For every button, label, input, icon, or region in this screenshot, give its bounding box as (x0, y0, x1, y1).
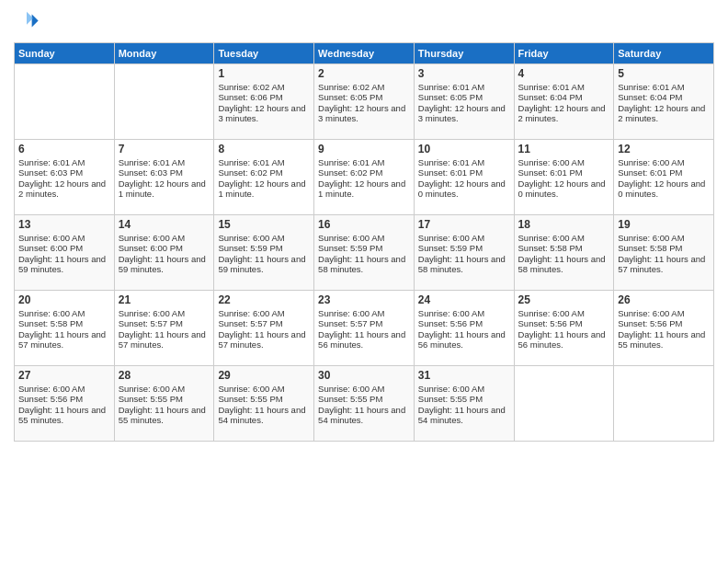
day-info-line: Daylight: 12 hours and 1 minute. (119, 178, 210, 199)
day-info-line: Sunrise: 6:01 AM (618, 82, 710, 92)
day-header-thursday: Thursday (414, 43, 514, 64)
calendar-cell: 5Sunrise: 6:01 AMSunset: 6:04 PMDaylight… (614, 64, 714, 140)
day-info-line: Sunrise: 6:00 AM (218, 308, 310, 318)
day-info-line: Sunrise: 6:00 AM (618, 233, 710, 243)
day-info-line: Sunset: 5:57 PM (318, 318, 410, 328)
logo (14, 9, 43, 35)
day-info-line: Sunset: 5:55 PM (318, 394, 410, 404)
day-info-line: Sunset: 5:56 PM (18, 394, 110, 404)
calendar-cell: 20Sunrise: 6:00 AMSunset: 5:58 PMDayligh… (15, 291, 115, 366)
day-info-line: Sunrise: 6:01 AM (18, 157, 110, 167)
day-info-line: Sunrise: 6:00 AM (518, 308, 610, 318)
calendar-cell (614, 366, 714, 442)
day-info-line: Daylight: 11 hours and 54 minutes. (418, 405, 510, 425)
day-number: 29 (218, 369, 310, 382)
day-header-tuesday: Tuesday (214, 43, 314, 64)
day-info-line: Sunrise: 6:01 AM (518, 82, 610, 92)
day-info-line: Daylight: 12 hours and 3 minutes. (318, 103, 410, 123)
calendar-cell: 29Sunrise: 6:00 AMSunset: 5:55 PMDayligh… (214, 366, 314, 442)
week-row-1: 1Sunrise: 6:02 AMSunset: 6:06 PMDaylight… (15, 64, 714, 140)
calendar-cell: 31Sunrise: 6:00 AMSunset: 5:55 PMDayligh… (414, 366, 514, 442)
day-info-line: Daylight: 12 hours and 3 minutes. (218, 103, 310, 123)
day-info-line: Sunrise: 6:01 AM (119, 157, 210, 167)
day-info-line: Sunset: 6:01 PM (418, 167, 510, 178)
calendar-cell: 19Sunrise: 6:00 AMSunset: 5:58 PMDayligh… (614, 215, 714, 291)
day-info-line: Daylight: 11 hours and 58 minutes. (418, 254, 510, 274)
calendar-cell: 26Sunrise: 6:00 AMSunset: 5:56 PMDayligh… (614, 291, 714, 366)
day-info-line: Sunset: 5:56 PM (518, 318, 610, 328)
day-number: 10 (418, 143, 510, 155)
day-number: 26 (618, 293, 710, 306)
day-number: 20 (18, 293, 110, 306)
day-number: 4 (518, 67, 610, 80)
day-info-line: Sunset: 5:58 PM (518, 243, 610, 253)
day-info-line: Sunrise: 6:00 AM (318, 384, 410, 394)
day-info-line: Sunrise: 6:01 AM (318, 157, 410, 167)
day-number: 9 (318, 143, 410, 155)
day-info-line: Sunrise: 6:01 AM (418, 157, 510, 167)
calendar-cell: 3Sunrise: 6:01 AMSunset: 6:05 PMDaylight… (414, 64, 514, 140)
calendar-table: SundayMondayTuesdayWednesdayThursdayFrid… (14, 42, 714, 442)
day-info-line: Daylight: 12 hours and 0 minutes. (518, 178, 610, 199)
day-number: 18 (518, 218, 610, 231)
day-number: 22 (218, 293, 310, 306)
day-info-line: Daylight: 11 hours and 57 minutes. (18, 329, 110, 350)
day-info-line: Sunrise: 6:00 AM (318, 233, 410, 243)
calendar-cell: 13Sunrise: 6:00 AMSunset: 6:00 PMDayligh… (15, 215, 115, 291)
day-info-line: Sunset: 6:02 PM (218, 167, 310, 178)
day-info-line: Sunset: 5:59 PM (318, 243, 410, 253)
day-info-line: Sunset: 6:04 PM (618, 92, 710, 102)
calendar-cell: 16Sunrise: 6:00 AMSunset: 5:59 PMDayligh… (314, 215, 415, 291)
calendar-cell: 24Sunrise: 6:00 AMSunset: 5:56 PMDayligh… (414, 291, 514, 366)
day-info-line: Sunrise: 6:00 AM (119, 233, 210, 243)
day-info-line: Sunset: 6:06 PM (218, 92, 310, 102)
calendar-cell: 1Sunrise: 6:02 AMSunset: 6:06 PMDaylight… (214, 64, 314, 140)
day-number: 24 (418, 293, 510, 306)
day-number: 16 (318, 218, 410, 231)
day-info-line: Daylight: 12 hours and 0 minutes. (618, 178, 710, 199)
day-info-line: Sunset: 6:01 PM (518, 167, 610, 178)
header-row: SundayMondayTuesdayWednesdayThursdayFrid… (15, 43, 714, 64)
day-info-line: Daylight: 11 hours and 56 minutes. (318, 329, 410, 350)
day-number: 14 (119, 218, 210, 231)
day-info-line: Sunset: 6:00 PM (18, 243, 110, 253)
day-info-line: Sunset: 5:55 PM (418, 394, 510, 404)
day-info-line: Sunrise: 6:00 AM (18, 233, 110, 243)
day-header-wednesday: Wednesday (314, 43, 415, 64)
day-info-line: Daylight: 11 hours and 57 minutes. (218, 329, 310, 350)
week-row-2: 6Sunrise: 6:01 AMSunset: 6:03 PMDaylight… (15, 140, 714, 215)
day-info-line: Sunset: 5:55 PM (119, 394, 210, 404)
day-info-line: Sunrise: 6:00 AM (518, 233, 610, 243)
calendar-cell: 11Sunrise: 6:00 AMSunset: 6:01 PMDayligh… (514, 140, 614, 215)
week-row-3: 13Sunrise: 6:00 AMSunset: 6:00 PMDayligh… (15, 215, 714, 291)
day-info-line: Sunset: 6:04 PM (518, 92, 610, 102)
day-info-line: Daylight: 11 hours and 54 minutes. (318, 405, 410, 425)
calendar-cell: 15Sunrise: 6:00 AMSunset: 5:59 PMDayligh… (214, 215, 314, 291)
header (14, 9, 714, 35)
calendar-cell: 23Sunrise: 6:00 AMSunset: 5:57 PMDayligh… (314, 291, 415, 366)
day-info-line: Sunrise: 6:01 AM (418, 82, 510, 92)
day-info-line: Sunset: 6:03 PM (18, 167, 110, 178)
day-info-line: Sunrise: 6:00 AM (218, 233, 310, 243)
day-info-line: Daylight: 11 hours and 56 minutes. (418, 329, 510, 350)
day-info-line: Sunrise: 6:00 AM (119, 308, 210, 318)
day-info-line: Sunset: 5:55 PM (218, 394, 310, 404)
calendar-cell: 14Sunrise: 6:00 AMSunset: 6:00 PMDayligh… (114, 215, 214, 291)
day-info-line: Daylight: 12 hours and 2 minutes. (618, 103, 710, 123)
calendar-cell: 4Sunrise: 6:01 AMSunset: 6:04 PMDaylight… (514, 64, 614, 140)
day-number: 7 (119, 143, 210, 155)
day-info-line: Sunset: 5:58 PM (618, 243, 710, 253)
day-info-line: Daylight: 11 hours and 57 minutes. (119, 329, 210, 350)
day-number: 23 (318, 293, 410, 306)
day-info-line: Sunrise: 6:00 AM (218, 384, 310, 394)
calendar-cell: 2Sunrise: 6:02 AMSunset: 6:05 PMDaylight… (314, 64, 415, 140)
day-info-line: Sunset: 5:57 PM (119, 318, 210, 328)
day-info-line: Sunset: 6:02 PM (318, 167, 410, 178)
day-info-line: Daylight: 11 hours and 55 minutes. (18, 405, 110, 425)
calendar-cell: 27Sunrise: 6:00 AMSunset: 5:56 PMDayligh… (15, 366, 115, 442)
day-info-line: Daylight: 11 hours and 59 minutes. (119, 254, 210, 274)
day-info-line: Daylight: 11 hours and 58 minutes. (518, 254, 610, 274)
day-number: 1 (218, 67, 310, 80)
day-number: 31 (418, 369, 510, 382)
day-info-line: Daylight: 12 hours and 3 minutes. (418, 103, 510, 123)
